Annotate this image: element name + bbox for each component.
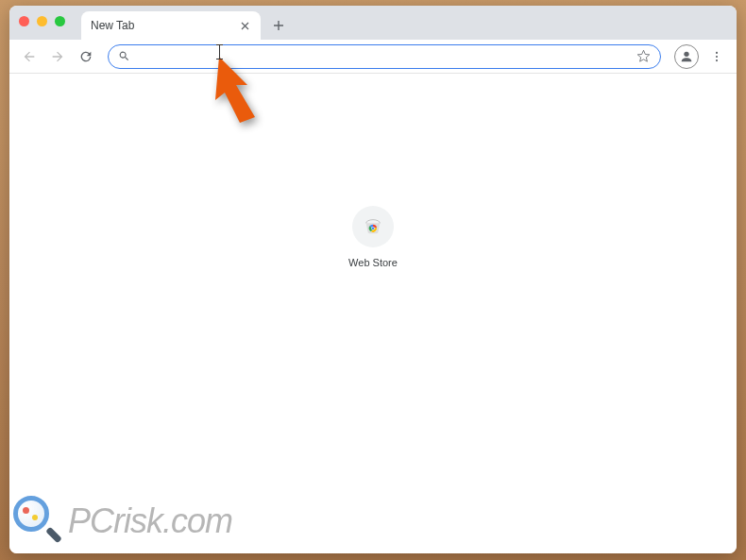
address-bar[interactable] (108, 44, 661, 69)
browser-window: New Tab (9, 6, 737, 553)
window-controls (19, 16, 65, 26)
search-icon (118, 50, 130, 62)
reload-button[interactable] (74, 44, 98, 69)
browser-tab[interactable]: New Tab (81, 11, 261, 40)
watermark-text: PCrisk.com (68, 501, 232, 541)
tab-title: New Tab (91, 19, 134, 32)
toolbar (9, 40, 737, 74)
watermark: PCrisk.com (13, 496, 232, 547)
annotation-arrow-icon (200, 55, 276, 130)
svg-point-6 (372, 227, 375, 229)
svg-point-1 (716, 51, 718, 53)
window-close-button[interactable] (19, 16, 29, 26)
new-tab-button[interactable] (266, 13, 291, 38)
tab-close-button[interactable] (238, 19, 251, 32)
svg-point-2 (716, 55, 718, 57)
shortcut-web-store[interactable]: Web Store (331, 206, 415, 268)
web-store-icon (363, 216, 383, 237)
shortcut-label: Web Store (348, 257, 398, 268)
back-button[interactable] (17, 44, 42, 69)
svg-point-0 (684, 51, 688, 56)
window-maximize-button[interactable] (55, 16, 65, 26)
magnifier-icon (13, 496, 64, 547)
shortcut-icon-circle (352, 206, 394, 247)
tab-strip: New Tab (9, 6, 737, 40)
profile-button[interactable] (674, 44, 699, 69)
kebab-menu-button[interactable] (704, 44, 729, 69)
new-tab-page: Web Store (9, 74, 737, 553)
bookmark-star-icon[interactable] (636, 49, 651, 63)
window-minimize-button[interactable] (37, 16, 47, 26)
svg-point-3 (716, 59, 718, 61)
forward-button[interactable] (45, 44, 70, 69)
